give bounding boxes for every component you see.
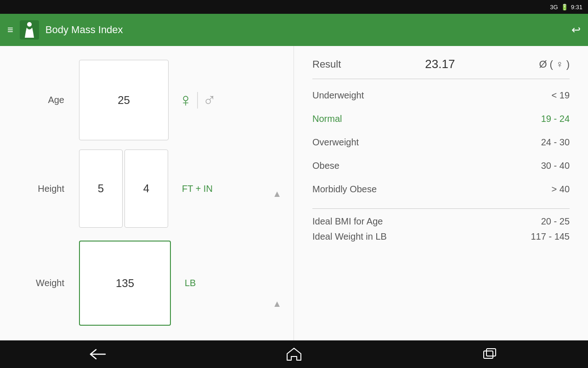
gender-selector[interactable]: ♀ ♂	[179, 90, 216, 110]
category-range: > 40	[552, 184, 570, 195]
height-inputs: 5 4	[79, 150, 168, 228]
age-row: Age 25 ♀ ♂	[18, 60, 275, 140]
height-ft-value: 5	[98, 182, 104, 195]
category-range: 19 - 24	[541, 114, 570, 124]
result-row: Result 23.17 Ø ( ♀ )	[312, 57, 570, 79]
ideal-bmi-label: Ideal BMI for Age	[312, 216, 383, 227]
ideal-weight-value: 117 - 145	[531, 231, 570, 242]
category-row: Normal19 - 24	[312, 107, 570, 131]
ideal-weight-label: Ideal Weight in LB	[312, 231, 387, 242]
height-label: Height	[18, 184, 64, 194]
result-avg: Ø ( ♀ )	[539, 58, 570, 70]
app-title: Body Mass Index	[45, 24, 565, 36]
female-icon[interactable]: ♀	[179, 90, 192, 110]
result-label: Result	[312, 58, 341, 70]
height-unit-label: FT + IN	[182, 184, 223, 194]
svg-rect-2	[486, 349, 496, 356]
category-range: < 19	[552, 90, 570, 101]
svg-point-0	[27, 22, 32, 27]
category-range: 24 - 30	[541, 137, 570, 148]
age-input[interactable]: 25	[79, 60, 169, 140]
app-logo	[20, 20, 39, 40]
scroll-down-indicator: ▲	[272, 299, 282, 309]
weight-label: Weight	[18, 278, 64, 288]
nav-home-button[interactable]	[286, 347, 302, 361]
app-bar: ≡ Body Mass Index ↩	[0, 14, 588, 46]
category-name: Obese	[312, 161, 339, 171]
nav-back-button[interactable]	[90, 348, 106, 361]
main-content: Age 25 ♀ ♂ Height 5 4 FT + IN	[0, 46, 588, 340]
weight-value: 135	[116, 277, 134, 290]
weight-input[interactable]: 135	[79, 241, 171, 326]
right-panel: Result 23.17 Ø ( ♀ ) Underweight< 19Norm…	[294, 46, 588, 340]
male-icon[interactable]: ♂	[203, 90, 216, 110]
category-row: Overweight24 - 30	[312, 131, 570, 154]
back-icon[interactable]: ↩	[571, 23, 581, 36]
height-row: Height 5 4 FT + IN ▲	[18, 150, 275, 228]
height-in-value: 4	[143, 182, 149, 195]
bmi-category-list: Underweight< 19Normal19 - 24Overweight24…	[312, 84, 570, 209]
category-name: Normal	[312, 114, 342, 124]
ideal-weight-row: Ideal Weight in LB 117 - 145	[312, 231, 570, 242]
height-ft-input[interactable]: 5	[79, 150, 123, 228]
battery-icon: 🔋	[561, 4, 568, 11]
ideal-section: Ideal BMI for Age 20 - 25 Ideal Weight i…	[312, 216, 570, 242]
age-label: Age	[18, 95, 64, 105]
svg-rect-1	[484, 351, 493, 358]
result-value: 23.17	[425, 57, 455, 71]
gender-divider	[197, 92, 198, 109]
scroll-up-indicator: ▲	[272, 189, 282, 199]
status-bar: 3G 🔋 9:31	[0, 0, 588, 14]
age-value: 25	[118, 94, 130, 107]
menu-icon[interactable]: ≡	[7, 24, 13, 36]
category-row: Underweight< 19	[312, 84, 570, 107]
category-row: Morbidly Obese> 40	[312, 178, 570, 201]
ideal-bmi-row: Ideal BMI for Age 20 - 25	[312, 216, 570, 227]
height-in-input[interactable]: 4	[124, 150, 168, 228]
nav-recent-button[interactable]	[482, 348, 498, 361]
clock: 9:31	[571, 4, 582, 11]
left-panel: Age 25 ♀ ♂ Height 5 4 FT + IN	[0, 46, 294, 340]
weight-row: Weight 135 LB ▲	[18, 241, 275, 326]
category-range: 30 - 40	[541, 161, 570, 171]
category-name: Morbidly Obese	[312, 184, 377, 195]
weight-unit-label: LB	[185, 278, 226, 288]
category-name: Underweight	[312, 90, 364, 101]
category-name: Overweight	[312, 137, 359, 148]
signal-indicator: 3G	[550, 4, 558, 11]
category-row: Obese30 - 40	[312, 154, 570, 178]
ideal-bmi-value: 20 - 25	[541, 216, 570, 227]
bottom-nav	[0, 340, 588, 368]
